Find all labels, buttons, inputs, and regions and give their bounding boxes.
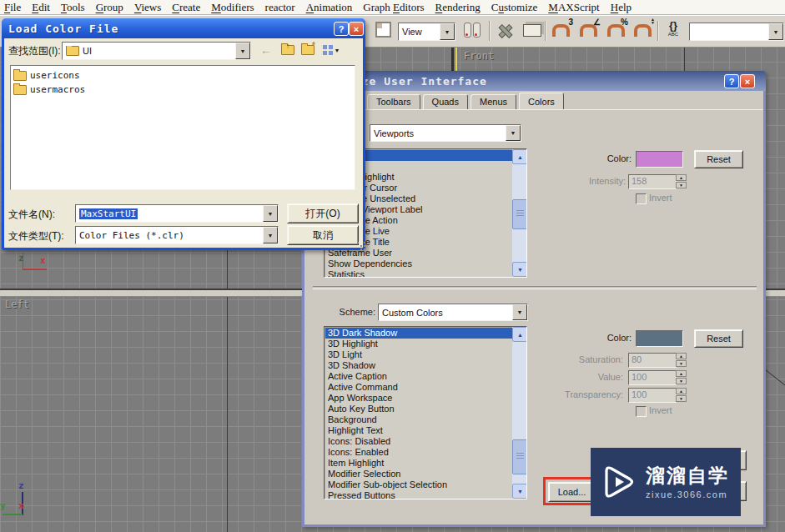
new-folder-icon[interactable]: * bbox=[299, 42, 317, 58]
percent-snap-toggle-icon[interactable]: % bbox=[604, 20, 627, 40]
look-in-dropdown[interactable]: UI ▼ bbox=[62, 42, 251, 60]
transparency-field[interactable]: 100 bbox=[628, 388, 677, 403]
intensity-spinner[interactable]: ▲▼ bbox=[676, 174, 687, 188]
spinner-down-icon[interactable]: ▼ bbox=[676, 360, 687, 367]
invert-checkbox[interactable] bbox=[636, 193, 647, 204]
reset-button[interactable]: Reset bbox=[694, 150, 743, 168]
dropdown-arrow-icon[interactable]: ▼ bbox=[263, 227, 278, 243]
tab-menus[interactable]: Menus bbox=[470, 94, 516, 110]
viewport-divider[interactable] bbox=[451, 46, 454, 73]
list-item[interactable]: 3D Highlight bbox=[325, 339, 512, 349]
intensity-field[interactable]: 158 bbox=[628, 174, 677, 189]
scroll-down-icon[interactable]: ▼ bbox=[512, 484, 527, 499]
scroll-thumb[interactable] bbox=[512, 439, 527, 474]
tab-toolbars[interactable]: Toolbars bbox=[367, 94, 420, 110]
spinner-down-icon[interactable]: ▼ bbox=[676, 395, 687, 402]
spinner-up-icon[interactable]: ▲ bbox=[676, 353, 687, 359]
resize-grip[interactable] bbox=[357, 242, 359, 243]
saturation-spinner[interactable]: ▲▼ bbox=[676, 353, 687, 367]
list-item[interactable]: Highlight Text bbox=[325, 425, 512, 436]
list-item[interactable]: Show Dependencies bbox=[325, 258, 512, 269]
reset-button[interactable]: Reset bbox=[694, 329, 743, 348]
viewport-label-left[interactable]: Left bbox=[5, 299, 29, 310]
reference-coordinate-dropdown[interactable]: View▼ bbox=[398, 23, 455, 41]
scroll-thumb[interactable] bbox=[512, 199, 527, 229]
close-button[interactable]: × bbox=[740, 74, 755, 88]
list-item[interactable]: Modifier Sub-object Selection bbox=[325, 479, 512, 490]
saturation-field[interactable]: 80 bbox=[628, 353, 677, 368]
dropdown-arrow-icon[interactable]: ▼ bbox=[235, 43, 250, 59]
list-item[interactable]: 3D Light bbox=[325, 349, 512, 360]
viewport-label-front[interactable]: Front bbox=[464, 50, 494, 62]
list-item[interactable]: Active Caption bbox=[325, 371, 512, 382]
scroll-down-icon[interactable]: ▼ bbox=[512, 262, 527, 277]
value-field[interactable]: 100 bbox=[628, 370, 677, 385]
menu-item-rendering[interactable]: Rendering bbox=[435, 1, 481, 14]
named-selection-dropdown[interactable]: ▼ bbox=[689, 23, 784, 41]
menu-item-maxscript[interactable]: MAXScript bbox=[548, 1, 599, 14]
open-button[interactable]: 打开(O) bbox=[287, 203, 359, 223]
list-item[interactable]: Background bbox=[325, 414, 512, 425]
menu-item-graph-editors[interactable]: Graph Editors bbox=[363, 1, 424, 14]
dropdown-arrow-icon[interactable]: ▼ bbox=[263, 205, 278, 222]
menu-item-animation[interactable]: Animation bbox=[306, 1, 353, 14]
dropdown-arrow-icon[interactable]: ▼ bbox=[440, 23, 455, 40]
list-item[interactable]: 3D Dark Shadow bbox=[325, 328, 512, 339]
spinner-down-icon[interactable]: ▼ bbox=[676, 378, 687, 384]
list-item[interactable]: Icons: Disabled bbox=[325, 436, 512, 447]
list-item[interactable]: Statistics bbox=[325, 269, 512, 277]
dropdown-arrow-icon[interactable]: ▼ bbox=[506, 125, 521, 141]
spinner-up-icon[interactable]: ▲ bbox=[676, 370, 687, 377]
scroll-up-icon[interactable]: ▲ bbox=[512, 149, 527, 164]
list-item[interactable]: Icons: Enabled bbox=[325, 447, 512, 458]
list-item[interactable]: Pressed Buttons bbox=[325, 490, 512, 499]
spinner-down-icon[interactable]: ▼ bbox=[676, 182, 687, 188]
menu-item-tools[interactable]: Tools bbox=[61, 1, 85, 14]
list-item[interactable]: Active Command bbox=[325, 382, 512, 393]
up-one-level-icon[interactable]: ↑ bbox=[279, 42, 297, 58]
folder-item[interactable]: usermacros bbox=[13, 83, 355, 97]
tab-quads[interactable]: Quads bbox=[423, 94, 468, 110]
scheme-dropdown[interactable]: Custom Colors▼ bbox=[378, 304, 528, 321]
use-pivot-point-center-icon[interactable] bbox=[461, 19, 483, 41]
list-item[interactable]: App Workspace bbox=[325, 393, 512, 404]
list-item[interactable]: Modifier Selection bbox=[325, 469, 512, 479]
list-item[interactable]: 3D Shadow bbox=[325, 360, 512, 371]
elements-dropdown[interactable]: Viewports▼ bbox=[370, 124, 521, 142]
cancel-button[interactable]: 取消 bbox=[287, 225, 359, 245]
scrollbar[interactable]: ▲ ▼ bbox=[512, 149, 526, 277]
tab-colors[interactable]: Colors bbox=[519, 93, 564, 110]
scroll-up-icon[interactable]: ▲ bbox=[512, 327, 527, 342]
menu-item-help[interactable]: Help bbox=[611, 1, 632, 14]
spinner-snap-toggle-icon[interactable]: ▲▼ bbox=[631, 20, 654, 40]
menu-item-customize[interactable]: Customize bbox=[491, 1, 538, 14]
folder-item[interactable]: usericons bbox=[13, 68, 355, 83]
element-color-swatch[interactable] bbox=[636, 151, 683, 168]
angle-snap-toggle-icon[interactable]: ∠ bbox=[576, 20, 600, 40]
view-menu-icon[interactable]: ▼ bbox=[319, 42, 344, 58]
transparency-spinner[interactable]: ▲▼ bbox=[676, 388, 687, 402]
file-name-input[interactable]: MaxStartUI ▼ bbox=[75, 204, 279, 223]
scrollbar[interactable]: ▲ ▼ bbox=[512, 327, 526, 499]
menu-item-group[interactable]: Group bbox=[96, 1, 123, 14]
menu-item-file[interactable]: File bbox=[4, 1, 21, 14]
menu-item-modifiers[interactable]: Modifiers bbox=[211, 1, 254, 14]
spinner-up-icon[interactable]: ▲ bbox=[676, 388, 687, 394]
snap-toggle-3d-icon[interactable]: 3 bbox=[549, 20, 572, 40]
dialog-titlebar[interactable]: Customize User Interface bbox=[302, 71, 766, 91]
list-item[interactable]: Auto Key Button bbox=[325, 404, 512, 414]
invert-checkbox[interactable] bbox=[636, 406, 647, 417]
selection-region-icon[interactable] bbox=[374, 20, 393, 39]
file-type-dropdown[interactable]: Color Files (*.clr) ▼ bbox=[75, 226, 279, 244]
help-button[interactable]: ? bbox=[724, 74, 739, 88]
spinner-up-icon[interactable]: ▲ bbox=[676, 174, 687, 181]
back-icon[interactable]: ← bbox=[257, 42, 275, 58]
value-spinner[interactable]: ▲▼ bbox=[676, 370, 687, 384]
named-selection-sets-icon[interactable]: {} ABC bbox=[662, 18, 685, 42]
keyboard-shortcut-override-icon[interactable] bbox=[521, 19, 544, 41]
custom-color-swatch[interactable] bbox=[636, 330, 683, 347]
menu-item-views[interactable]: Views bbox=[134, 1, 161, 14]
select-and-manipulate-icon[interactable] bbox=[496, 19, 516, 41]
dropdown-arrow-icon[interactable]: ▼ bbox=[768, 23, 783, 40]
dialog-titlebar[interactable]: Load Color File bbox=[2, 18, 365, 38]
